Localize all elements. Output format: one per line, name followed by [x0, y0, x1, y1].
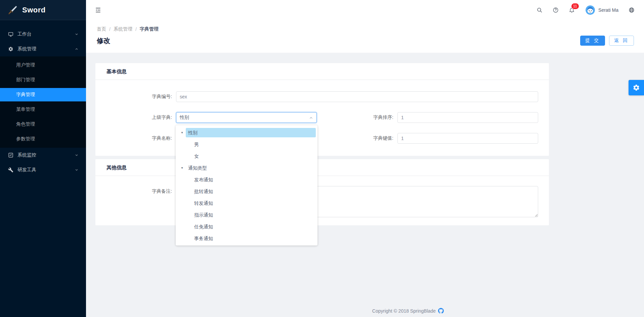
sidebar-item-label: 研发工具: [17, 167, 75, 173]
other-info-title: 其他信息: [95, 159, 549, 176]
tree-node-approve-notice[interactable]: 批转通知: [176, 185, 317, 197]
sidebar-item-dev-tools[interactable]: 研发工具: [0, 163, 86, 177]
sword-icon: [7, 5, 17, 15]
footer: Copyright © 2018 SpringBlade: [172, 308, 644, 314]
sidebar-item-system-management[interactable]: 系统管理: [0, 42, 86, 56]
sidebar-item-user-management[interactable]: 用户管理: [0, 58, 86, 72]
parent-dict-label: 上级字典:: [95, 115, 176, 121]
chevron-up-icon: [309, 116, 313, 120]
tree-node-forward-notice[interactable]: 转发通知: [176, 197, 317, 209]
line-chart-icon: [8, 152, 13, 158]
other-info-card: 其他信息 字典备注:: [95, 159, 549, 225]
tree-node-label: 发布通知: [192, 175, 316, 184]
sidebar-item-label: 菜单管理: [16, 106, 35, 112]
app-title: Sword: [22, 6, 46, 14]
parent-dict-select-value: 性别: [180, 115, 189, 121]
tree-node-label: 男: [192, 140, 316, 149]
notification-badge: 11: [571, 3, 578, 9]
sidebar-item-label: 部门管理: [16, 77, 35, 83]
sidebar-item-label: 系统监控: [17, 152, 75, 158]
tree-node-female[interactable]: 女: [176, 150, 317, 162]
tree-node-male[interactable]: 男: [176, 138, 317, 150]
tree-node-instruct-notice[interactable]: 指示通知: [176, 209, 317, 221]
breadcrumb-dict-management: 字典管理: [140, 26, 159, 32]
settings-drawer-button[interactable]: [629, 80, 644, 95]
tree-node-gender[interactable]: ▾ 性别: [176, 127, 317, 138]
dict-name-label: 字典名称:: [95, 135, 176, 141]
sidebar-item-dict-management[interactable]: 字典管理: [0, 88, 86, 101]
breadcrumb-system-management[interactable]: 系统管理: [114, 26, 132, 32]
tree-node-appoint-notice[interactable]: 任免通知: [176, 221, 317, 232]
tree-node-notice-type[interactable]: ▾ 通知类型: [176, 162, 317, 174]
sidebar-item-menu-management[interactable]: 菜单管理: [0, 103, 86, 116]
globe-icon[interactable]: [629, 7, 635, 13]
dict-code-label: 字典编号:: [95, 94, 176, 100]
sidebar-item-label: 用户管理: [16, 62, 35, 68]
sidebar-item-label: 字典管理: [16, 92, 35, 98]
back-button[interactable]: 返 回: [609, 36, 634, 46]
main-area: 11 Serati Ma 首页 / 系统管理 /: [86, 0, 644, 317]
dict-sort-label: 字典排序:: [317, 115, 397, 121]
breadcrumb: 首页 / 系统管理 / 字典管理: [97, 26, 634, 33]
system-management-submenu: 用户管理 部门管理 字典管理 菜单管理 角色管理 参数管理: [0, 56, 86, 148]
sidebar-item-label: 角色管理: [16, 121, 35, 127]
avatar-image: [586, 5, 595, 15]
caret-down-icon[interactable]: ▾: [178, 166, 186, 170]
dict-key-label: 字典键值:: [317, 135, 397, 141]
submit-button-label: 提 交: [585, 38, 600, 44]
tree-node-label: 指示通知: [192, 210, 316, 220]
gear-icon: [633, 84, 640, 91]
dict-remark-label: 字典备注:: [95, 186, 176, 194]
basic-info-title: 基本信息: [95, 63, 549, 80]
submit-button[interactable]: 提 交: [580, 36, 605, 46]
content: 基本信息 字典编号: 上级字典: 性别: [86, 53, 644, 225]
basic-info-card: 基本信息 字典编号: 上级字典: 性别: [95, 63, 549, 156]
page-title: 修改: [97, 36, 110, 45]
tree-node-label: 女: [192, 151, 316, 161]
chevron-down-icon: [75, 153, 79, 157]
dict-key-input[interactable]: [397, 133, 538, 144]
tree-node-label: 批转通知: [192, 187, 316, 196]
sidebar-item-department-management[interactable]: 部门管理: [0, 73, 86, 87]
tree-node-publish-notice[interactable]: 发布通知: [176, 174, 317, 185]
sidebar-item-param-management[interactable]: 参数管理: [0, 132, 86, 146]
parent-dict-select[interactable]: 性别: [176, 112, 317, 123]
tree-node-label: 转发通知: [192, 198, 316, 208]
wrench-icon: [8, 167, 13, 173]
sidebar-item-label: 系统管理: [17, 46, 75, 52]
caret-down-icon[interactable]: ▾: [178, 131, 186, 134]
monitor-icon: [8, 32, 13, 37]
notification-bell[interactable]: 11: [569, 7, 575, 13]
sidebar-menu: 工作台 系统管理 用户管理 部门管理 字典管理 菜单管理 角色管理 参数管理 系…: [0, 20, 86, 177]
page-header: 首页 / 系统管理 / 字典管理 修改 提 交 返 回: [86, 20, 644, 53]
copyright-text: Copyright © 2018 SpringBlade: [372, 308, 436, 314]
sidebar-item-system-monitor[interactable]: 系统监控: [0, 148, 86, 163]
github-icon[interactable]: [438, 308, 444, 314]
avatar[interactable]: [586, 5, 595, 15]
app-logo[interactable]: Sword: [0, 0, 86, 20]
chevron-up-icon: [75, 47, 79, 51]
gear-icon: [8, 46, 13, 52]
chevron-down-icon: [75, 168, 79, 172]
user-name[interactable]: Serati Ma: [598, 7, 618, 13]
dict-code-input[interactable]: [176, 91, 538, 102]
dict-sort-input[interactable]: [397, 112, 538, 123]
breadcrumb-home[interactable]: 首页: [97, 26, 106, 32]
sidebar-item-role-management[interactable]: 角色管理: [0, 118, 86, 131]
tree-node-label: 性别: [186, 128, 316, 137]
chevron-down-icon: [75, 32, 79, 36]
tree-node-label: 事务通知: [192, 234, 316, 243]
sidebar-item-workbench[interactable]: 工作台: [0, 27, 86, 42]
menu-fold-icon[interactable]: [95, 7, 101, 13]
back-button-label: 返 回: [614, 38, 629, 44]
topbar-right: 11 Serati Ma: [526, 5, 635, 15]
tree-node-affair-notice[interactable]: 事务通知: [176, 232, 317, 244]
topbar: 11 Serati Ma: [86, 0, 644, 20]
sidebar-item-label: 参数管理: [16, 136, 35, 142]
sidebar: Sword 工作台 系统管理 用户管理 部门管理 字典管理 菜单管理 角色管理 …: [0, 0, 86, 317]
sidebar-item-label: 工作台: [17, 31, 75, 37]
parent-dict-dropdown: ▾ 性别 男 女 ▾ 通知类型 发布通知 批转通知 转发通知 指示通知 任免通知…: [176, 125, 317, 245]
tree-node-label: 任免通知: [192, 222, 316, 231]
question-circle-icon[interactable]: [553, 7, 559, 13]
search-icon[interactable]: [536, 7, 543, 13]
